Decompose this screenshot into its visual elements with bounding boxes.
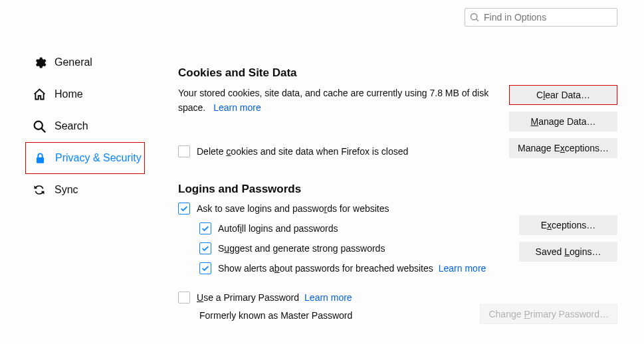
saved-logins-button[interactable]: Saved Logins… [519, 242, 617, 262]
search-input[interactable] [465, 8, 617, 27]
manage-data-button[interactable]: Manage Data… [509, 112, 617, 131]
sidebar-label-sync: Sync [54, 184, 78, 196]
sidebar-item-search[interactable]: Search [25, 110, 145, 142]
primary-password-checkbox[interactable] [178, 292, 190, 303]
sidebar-item-general[interactable]: General [25, 46, 145, 78]
sidebar-label-general: General [54, 56, 92, 68]
sidebar-item-sync[interactable]: Sync [25, 174, 145, 206]
cookies-learn-more-link[interactable]: Learn more [213, 102, 261, 113]
sidebar: General Home Search Privacy & Security S… [25, 46, 145, 206]
search-icon [32, 119, 47, 133]
svg-rect-4 [36, 157, 43, 163]
logins-exceptions-button[interactable]: Exceptions… [519, 215, 617, 235]
suggest-checkbox[interactable] [199, 242, 211, 254]
primary-password-label: Use a Primary Password [197, 292, 299, 303]
sidebar-label-privacy: Privacy & Security [55, 152, 142, 164]
svg-line-3 [41, 128, 45, 132]
manage-exceptions-button[interactable]: Manage Exceptions… [509, 138, 617, 158]
clear-data-button[interactable]: Clear Data… [509, 85, 617, 105]
autofill-label: Autofill logins and passwords [218, 223, 338, 234]
cookies-size: 7.8 MB [429, 88, 459, 98]
home-icon [32, 87, 47, 102]
sync-icon [32, 183, 47, 197]
suggest-label: Suggest and generate strong passwords [218, 243, 385, 254]
logins-button-column: Exceptions… Saved Logins… [519, 215, 617, 262]
logins-heading: Logins and Passwords [178, 183, 617, 196]
cookies-button-column: Clear Data… Manage Data… Manage Exceptio… [509, 85, 617, 158]
ask-save-row: Ask to save logins and passwords for web… [178, 203, 617, 215]
primary-learn-more-link[interactable]: Learn more [304, 292, 352, 303]
cookies-heading: Cookies and Site Data [178, 66, 617, 80]
change-primary-wrap: Change Primary Password… [480, 304, 617, 324]
sidebar-label-search: Search [54, 120, 88, 132]
ask-save-checkbox[interactable] [178, 203, 190, 215]
svg-line-1 [477, 19, 479, 22]
gear-icon [32, 55, 47, 70]
sidebar-item-home[interactable]: Home [25, 78, 145, 110]
alerts-row: Show alerts about passwords for breached… [199, 262, 617, 274]
autofill-checkbox[interactable] [199, 222, 211, 234]
svg-point-2 [34, 121, 42, 129]
sidebar-label-home: Home [54, 88, 83, 100]
alerts-label: Show alerts about passwords for breached… [218, 263, 433, 274]
cookies-description: Your stored cookies, site data, and cach… [178, 86, 504, 115]
cookies-desc-prefix: Your stored cookies, site data, and cach… [178, 88, 429, 98]
delete-on-close-checkbox[interactable] [178, 145, 190, 157]
content-area: Cookies and Site Data Your stored cookie… [178, 66, 617, 321]
delete-on-close-label: Delete cookies and site data when Firefo… [197, 146, 408, 157]
change-primary-password-button: Change Primary Password… [480, 304, 617, 324]
svg-point-0 [471, 13, 477, 19]
primary-password-row: Use a Primary Password Learn more [178, 292, 617, 303]
alerts-checkbox[interactable] [199, 262, 211, 274]
sidebar-item-privacy[interactable]: Privacy & Security [25, 142, 145, 174]
ask-save-label: Ask to save logins and passwords for web… [197, 203, 389, 214]
alerts-learn-more-link[interactable]: Learn more [439, 263, 486, 274]
search-icon [470, 13, 479, 22]
search-box[interactable] [465, 8, 617, 27]
lock-icon [33, 151, 47, 165]
